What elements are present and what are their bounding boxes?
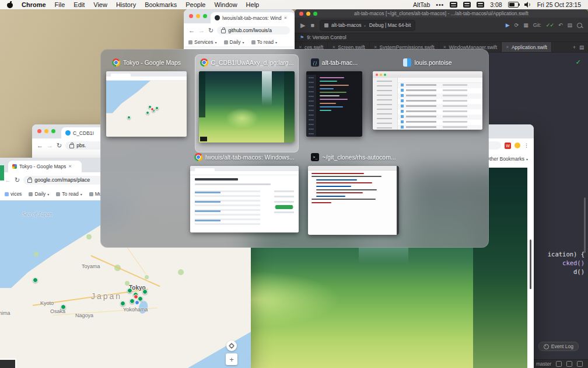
status-app-icon[interactable]: [450, 2, 457, 8]
bookmark-services[interactable]: Services▾: [188, 39, 217, 45]
page-scrollbar[interactable]: [530, 239, 531, 289]
menu-view[interactable]: View: [93, 1, 107, 8]
address-bar[interactable]: github.com/lwouis/a: [217, 26, 290, 34]
saved-place-marker[interactable]: [61, 304, 66, 310]
forward-icon[interactable]: →: [47, 143, 53, 149]
scheme-selector[interactable]: alt-tab-macos ▸ Debug | Mac 64-bit: [320, 20, 415, 31]
editor-scrollbar[interactable]: [584, 197, 586, 253]
pull-icon[interactable]: [556, 361, 562, 367]
menu-bar-clock[interactable]: Fri 25 Oct 23:15: [537, 1, 581, 8]
extension-w-icon[interactable]: W: [505, 143, 511, 149]
close-button[interactable]: [189, 14, 193, 18]
minimize-button[interactable]: [44, 129, 48, 133]
menu-help[interactable]: Help: [246, 1, 260, 8]
close-tab-icon[interactable]: ✕: [284, 16, 288, 20]
thumbnail-title: louis.pontoise: [370, 58, 485, 67]
volume-icon[interactable]: [524, 2, 531, 8]
reload-icon[interactable]: ↻: [208, 27, 214, 34]
bookmark-services-partial[interactable]: vices: [5, 191, 22, 197]
window-thumbnail-image[interactable]: [199, 71, 295, 143]
apple-menu-icon[interactable]: [7, 1, 13, 9]
bookmark-daily[interactable]: Daily▾: [224, 39, 244, 45]
back-icon[interactable]: ←: [188, 27, 195, 34]
folder-icon: [29, 192, 33, 196]
undo-icon[interactable]: ↶: [558, 22, 563, 28]
close-button[interactable]: [37, 129, 41, 133]
search-icon[interactable]: [577, 23, 582, 28]
xcode-jump-bar[interactable]: ⚑ 9: Version Control: [295, 33, 588, 42]
window-controls[interactable]: [37, 129, 55, 133]
zoom-in-button[interactable]: +: [226, 353, 237, 365]
my-location-button[interactable]: [226, 341, 237, 351]
menu-file[interactable]: File: [55, 1, 65, 8]
window-controls[interactable]: [189, 14, 207, 18]
saved-place-marker[interactable]: [120, 301, 125, 306]
window-thumbnail-editor[interactable]: [306, 71, 362, 137]
xcode-titlebar[interactable]: alt-tab-macos [~/git_clones/alt-tab-maco…: [295, 9, 588, 18]
satellite-layer-toggle[interactable]: [0, 359, 16, 368]
saved-place-marker[interactable]: [127, 288, 132, 293]
event-log-button[interactable]: Event Log: [538, 342, 579, 351]
window-thumbnail-terminal[interactable]: [308, 166, 399, 235]
close-button[interactable]: [299, 12, 303, 16]
minimize-button[interactable]: [196, 14, 200, 18]
close-icon[interactable]: ✕: [506, 45, 509, 50]
run-button[interactable]: ▶: [300, 22, 305, 29]
list-icon[interactable]: ▤: [567, 22, 572, 28]
menu-app-name[interactable]: Chrome: [22, 1, 46, 8]
battery-icon[interactable]: [508, 2, 519, 8]
status-app-icon[interactable]: [477, 2, 484, 8]
zoom-button[interactable]: [203, 14, 207, 18]
add-tab-icon[interactable]: +: [573, 44, 576, 50]
menu-bookmarks[interactable]: Bookmarks: [145, 1, 177, 8]
refresh-icon[interactable]: ⟳: [514, 22, 519, 28]
grid-icon[interactable]: ▦: [523, 22, 528, 28]
reload-icon[interactable]: ↻: [15, 177, 20, 183]
window-thumbnail-finder[interactable]: [373, 71, 482, 130]
time-remaining-badge[interactable]: 3:08: [490, 1, 502, 8]
overflow-menu-icon[interactable]: ⋮: [524, 143, 529, 148]
status-app-icon[interactable]: [463, 2, 471, 8]
tab-bar-controls[interactable]: +▤: [569, 42, 588, 52]
window-controls[interactable]: [299, 12, 317, 16]
menu-edit[interactable]: Edit: [74, 1, 85, 8]
close-tab-icon[interactable]: ✕: [68, 164, 72, 169]
play-badge-icon[interactable]: ▶: [506, 22, 510, 28]
back-icon[interactable]: ←: [5, 177, 11, 183]
browser-tab[interactable]: Tokyo - Google Maps ✕: [8, 161, 82, 172]
menu-people[interactable]: People: [186, 1, 205, 8]
alttab-status-item[interactable]: AltTab: [413, 1, 430, 8]
zoom-button[interactable]: [313, 12, 317, 16]
alttab-item-terminal[interactable]: >_ ~/git_clones/rhs-autocom...: [307, 152, 400, 235]
menu-history[interactable]: History: [116, 1, 136, 8]
bookmark-to-read[interactable]: To read▾: [56, 191, 82, 197]
selected-place-pin[interactable]: [134, 294, 138, 299]
window-thumbnail-maps[interactable]: [106, 71, 187, 137]
alttab-item-maps[interactable]: Tokyo - Google Maps: [104, 58, 188, 137]
menu-window[interactable]: Window: [214, 1, 237, 8]
dots-status-item[interactable]: •••: [436, 1, 444, 8]
window-thumbnail-github[interactable]: [190, 166, 299, 232]
tab-application-swift[interactable]: ✕Application.swift: [502, 42, 552, 52]
back-icon[interactable]: ←: [37, 143, 43, 149]
saved-place-marker[interactable]: [33, 277, 38, 283]
stop-button[interactable]: ◼: [310, 23, 314, 28]
minimize-button[interactable]: [306, 12, 310, 16]
bookmark-to-read[interactable]: To read▾: [251, 39, 277, 45]
extension-smiley-icon[interactable]: [514, 143, 520, 148]
alttab-item-editor[interactable]: { } alt-tab-mac...: [304, 58, 365, 137]
edit-icon[interactable]: [566, 361, 572, 367]
zoom-button[interactable]: [51, 129, 55, 133]
tab-overview-icon[interactable]: ▤: [579, 44, 584, 50]
saved-place-marker[interactable]: [142, 289, 148, 294]
forward-icon[interactable]: →: [198, 27, 205, 34]
saved-place-marker[interactable]: [130, 298, 135, 304]
bookmark-daily[interactable]: Daily▾: [29, 191, 49, 197]
panel-icon[interactable]: [577, 361, 583, 367]
alttab-item-finder[interactable]: louis.pontoise: [370, 58, 485, 130]
alttab-item-image-selected[interactable]: C_CDB1IUwAAxy_d.jpg:larg...: [195, 54, 299, 152]
browser-tab[interactable]: lwouis/alt-tab-macos: Wind ✕: [211, 12, 295, 23]
alttab-item-github[interactable]: lwouis/alt-tab-macos: Windows...: [189, 152, 300, 232]
branch-name[interactable]: master: [536, 361, 551, 367]
reload-icon[interactable]: ↻: [57, 143, 62, 149]
